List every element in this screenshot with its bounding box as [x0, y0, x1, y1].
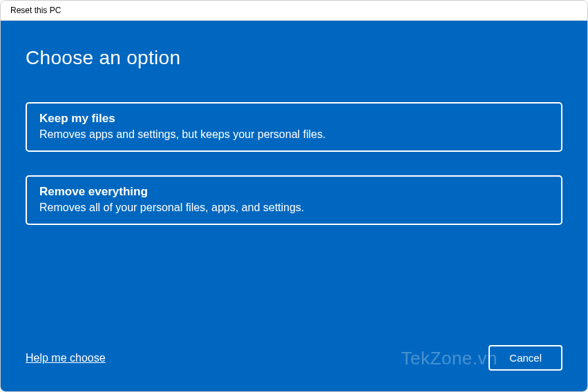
cancel-button[interactable]: Cancel	[489, 345, 562, 371]
option-description: Removes all of your personal files, apps…	[39, 202, 549, 214]
reset-pc-window: Reset this PC Choose an option Keep my f…	[0, 0, 588, 392]
option-title: Remove everything	[39, 185, 549, 199]
help-me-choose-link[interactable]: Help me choose	[26, 352, 106, 364]
window-title: Reset this PC	[10, 6, 61, 15]
options-container: Keep my files Removes apps and settings,…	[26, 102, 562, 225]
page-heading: Choose an option	[26, 47, 562, 69]
footer: Help me choose Cancel	[26, 345, 562, 371]
option-description: Removes apps and settings, but keeps you…	[39, 128, 549, 141]
window-title-bar: Reset this PC	[1, 1, 587, 21]
content-area: Choose an option Keep my files Removes a…	[1, 21, 587, 391]
option-title: Keep my files	[39, 112, 549, 126]
remove-everything-option[interactable]: Remove everything Removes all of your pe…	[26, 175, 562, 225]
keep-my-files-option[interactable]: Keep my files Removes apps and settings,…	[26, 102, 562, 152]
